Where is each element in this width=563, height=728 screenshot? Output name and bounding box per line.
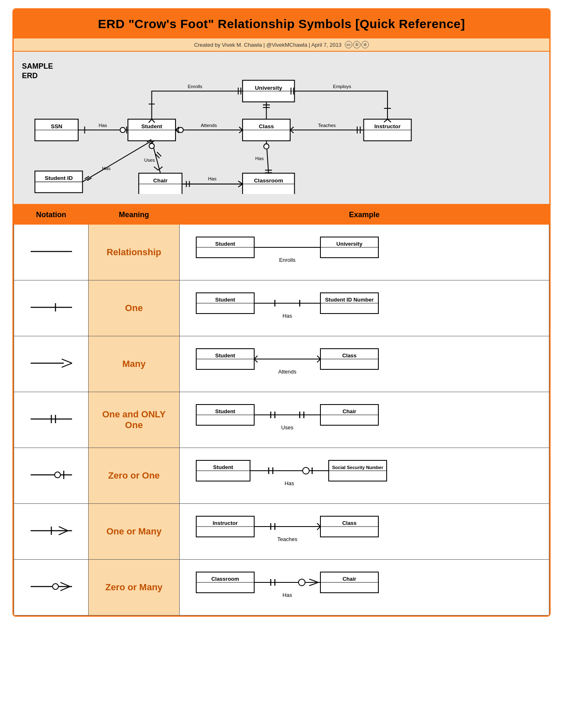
svg-text:Chair: Chair [153,177,168,184]
nc-icon: ⊘ [361,41,369,48]
svg-text:Employs: Employs [333,84,351,89]
table-row: Zero or One Student Has Social Security … [14,448,549,504]
svg-text:Instructor: Instructor [374,123,401,129]
svg-text:Student: Student [215,297,236,303]
meaning-cell: One and ONLY One [89,392,180,448]
svg-text:Social Security Number: Social Security Number [332,465,383,470]
svg-line-157 [317,523,320,527]
example-cell: Instructor Teaches Class [180,504,549,560]
svg-line-45 [238,184,243,187]
cc-icon: cc [345,41,352,48]
svg-text:Chair: Chair [342,576,356,582]
notation-symbol-cell [14,560,89,615]
erd-label: SAMPLEERD [22,62,53,81]
meaning-cell: Zero or Many [89,560,180,615]
table-row: Many Student Attends Class [14,336,549,392]
notation-symbol-cell [14,504,89,560]
col-notation: Notation [14,206,89,225]
title-bar: ERD "Crow's Foot" Relationship Symbols [… [14,10,549,38]
svg-text:Class: Class [259,123,274,129]
svg-line-44 [238,181,243,184]
svg-text:Chair: Chair [342,408,356,414]
example-cell: Student Has Student ID Number [180,280,549,336]
table-row: One Student Has Student ID Number [14,280,549,336]
table-row: One and ONLY One Student Uses Chair [14,392,549,448]
svg-text:Classroom: Classroom [211,576,239,582]
svg-text:Teaches: Teaches [277,536,298,542]
svg-text:Student: Student [215,241,236,247]
svg-rect-18 [243,173,294,194]
notation-symbol-cell [14,392,89,448]
example-cell: Student Has Social Security Number [180,448,549,504]
svg-text:Student ID Number: Student ID Number [325,297,374,303]
svg-point-164 [53,584,58,589]
svg-line-149 [59,527,68,531]
svg-line-37 [154,167,158,170]
svg-rect-9 [139,173,182,194]
cc-icons: cc ① ⊘ [345,41,369,48]
svg-text:Has: Has [284,480,294,486]
notation-table: Notation Meaning Example Relationship St… [14,205,549,615]
svg-line-150 [59,531,68,535]
notation-symbol-cell [14,448,89,504]
main-container: ERD "Crow's Foot" Relationship Symbols [… [12,8,551,617]
svg-text:Attends: Attends [201,123,217,128]
table-row: One or Many Instructor Teaches Class [14,504,549,560]
svg-point-63 [264,144,269,149]
svg-text:Has: Has [255,156,264,161]
svg-text:Student: Student [213,464,233,470]
svg-line-104 [62,363,72,367]
svg-line-166 [60,587,70,591]
svg-point-27 [120,127,125,133]
meaning-cell: One or Many [89,504,180,560]
svg-text:Class: Class [342,352,357,359]
svg-line-74 [290,127,294,130]
svg-text:Uses: Uses [144,158,155,163]
svg-point-173 [298,579,305,586]
svg-text:Student: Student [141,123,162,129]
svg-point-58 [178,127,183,133]
svg-line-174 [309,579,318,582]
svg-line-175 [309,582,318,586]
svg-line-158 [317,527,320,530]
subtitle-bar: Created by Vivek M. Chawla | @VivekMChaw… [14,38,549,52]
example-cell: Student Attends Class [180,336,549,392]
by-icon: ① [353,41,361,48]
svg-line-75 [290,130,294,133]
col-example: Example [180,206,549,225]
meaning-cell: Zero or One [89,448,180,504]
svg-point-133 [55,472,60,478]
svg-text:Has: Has [102,166,111,171]
example-cell: Classroom Has Chair [180,560,549,615]
svg-line-56 [239,127,243,130]
svg-line-112 [317,359,320,362]
svg-line-109 [254,356,257,359]
page-title: ERD "Crow's Foot" Relationship Symbols [… [24,17,539,31]
svg-text:Has: Has [99,123,107,128]
notation-symbol-cell [14,336,89,392]
col-meaning: Meaning [89,206,180,225]
svg-text:Enrolls: Enrolls [188,84,202,89]
meaning-cell: Many [89,336,180,392]
svg-text:Classroom: Classroom [254,177,283,184]
svg-line-57 [239,130,243,133]
svg-line-165 [60,582,70,587]
svg-text:University: University [337,241,363,247]
svg-text:Teaches: Teaches [318,123,336,128]
svg-text:Instructor: Instructor [213,520,238,526]
meaning-cell: Relationship [89,225,180,280]
erd-section: SAMPLEERD SSN Student ID Student Chair [14,52,549,205]
svg-text:Attends: Attends [278,369,297,375]
svg-text:SSN: SSN [51,123,63,129]
svg-line-103 [62,359,72,363]
table-row: Relationship Student Enrolls University [14,225,549,280]
table-row: Zero or Many Classroom Has Chair [14,560,549,615]
erd-diagram: SSN Student ID Student Chair University [22,62,541,194]
svg-line-110 [254,359,257,362]
svg-text:Student ID: Student ID [45,175,73,181]
meaning-cell: One [89,280,180,336]
notation-symbol-cell [14,225,89,280]
svg-text:Has: Has [282,592,292,598]
example-cell: Student Enrolls University [180,225,549,280]
svg-text:Class: Class [342,520,357,526]
